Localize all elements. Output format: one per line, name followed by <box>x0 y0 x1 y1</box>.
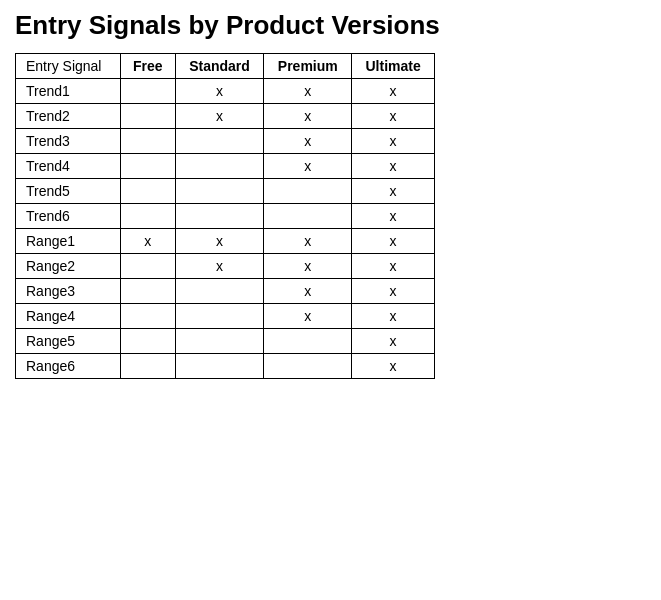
cell-name-4: Trend5 <box>16 179 121 204</box>
cell-name-5: Trend6 <box>16 204 121 229</box>
table-row: Range1xxxx <box>16 229 435 254</box>
cell-ultimate-11: x <box>352 354 435 379</box>
table-row: Range3xx <box>16 279 435 304</box>
cell-premium-9: x <box>264 304 352 329</box>
cell-name-9: Range4 <box>16 304 121 329</box>
cell-premium-0: x <box>264 79 352 104</box>
table-row: Trend4xx <box>16 154 435 179</box>
table-row: Range6x <box>16 354 435 379</box>
cell-premium-6: x <box>264 229 352 254</box>
cell-ultimate-8: x <box>352 279 435 304</box>
cell-standard-2 <box>175 129 264 154</box>
col-header-premium: Premium <box>264 54 352 79</box>
cell-free-0 <box>120 79 175 104</box>
cell-free-2 <box>120 129 175 154</box>
cell-free-11 <box>120 354 175 379</box>
cell-premium-4 <box>264 179 352 204</box>
cell-ultimate-10: x <box>352 329 435 354</box>
cell-standard-10 <box>175 329 264 354</box>
table-row: Trend1xxx <box>16 79 435 104</box>
cell-ultimate-9: x <box>352 304 435 329</box>
table-row: Range5x <box>16 329 435 354</box>
cell-standard-9 <box>175 304 264 329</box>
cell-premium-7: x <box>264 254 352 279</box>
cell-ultimate-1: x <box>352 104 435 129</box>
table-row: Trend6x <box>16 204 435 229</box>
cell-premium-3: x <box>264 154 352 179</box>
col-header-standard: Standard <box>175 54 264 79</box>
col-header-free: Free <box>120 54 175 79</box>
cell-premium-1: x <box>264 104 352 129</box>
product-versions-table: Entry Signal Free Standard Premium Ultim… <box>15 53 435 379</box>
col-header-ultimate: Ultimate <box>352 54 435 79</box>
page-title: Entry Signals by Product Versions <box>15 10 646 41</box>
col-header-entry-signal: Entry Signal <box>16 54 121 79</box>
cell-standard-11 <box>175 354 264 379</box>
cell-standard-8 <box>175 279 264 304</box>
cell-standard-6: x <box>175 229 264 254</box>
cell-standard-5 <box>175 204 264 229</box>
cell-ultimate-6: x <box>352 229 435 254</box>
table-row: Range2xxx <box>16 254 435 279</box>
cell-free-6: x <box>120 229 175 254</box>
cell-free-7 <box>120 254 175 279</box>
cell-standard-0: x <box>175 79 264 104</box>
cell-name-2: Trend3 <box>16 129 121 154</box>
table-row: Trend5x <box>16 179 435 204</box>
table-row: Trend3xx <box>16 129 435 154</box>
cell-name-11: Range6 <box>16 354 121 379</box>
cell-name-6: Range1 <box>16 229 121 254</box>
cell-name-0: Trend1 <box>16 79 121 104</box>
table-header-row: Entry Signal Free Standard Premium Ultim… <box>16 54 435 79</box>
cell-name-7: Range2 <box>16 254 121 279</box>
cell-name-3: Trend4 <box>16 154 121 179</box>
cell-standard-3 <box>175 154 264 179</box>
cell-free-9 <box>120 304 175 329</box>
cell-premium-11 <box>264 354 352 379</box>
cell-name-1: Trend2 <box>16 104 121 129</box>
cell-premium-5 <box>264 204 352 229</box>
cell-premium-8: x <box>264 279 352 304</box>
cell-name-8: Range3 <box>16 279 121 304</box>
cell-standard-7: x <box>175 254 264 279</box>
cell-standard-4 <box>175 179 264 204</box>
cell-ultimate-4: x <box>352 179 435 204</box>
cell-name-10: Range5 <box>16 329 121 354</box>
cell-premium-2: x <box>264 129 352 154</box>
cell-ultimate-5: x <box>352 204 435 229</box>
cell-free-1 <box>120 104 175 129</box>
table-row: Trend2xxx <box>16 104 435 129</box>
cell-free-10 <box>120 329 175 354</box>
cell-free-8 <box>120 279 175 304</box>
cell-ultimate-0: x <box>352 79 435 104</box>
cell-free-5 <box>120 204 175 229</box>
cell-standard-1: x <box>175 104 264 129</box>
cell-ultimate-3: x <box>352 154 435 179</box>
cell-free-4 <box>120 179 175 204</box>
cell-free-3 <box>120 154 175 179</box>
table-row: Range4xx <box>16 304 435 329</box>
cell-ultimate-2: x <box>352 129 435 154</box>
cell-premium-10 <box>264 329 352 354</box>
cell-ultimate-7: x <box>352 254 435 279</box>
